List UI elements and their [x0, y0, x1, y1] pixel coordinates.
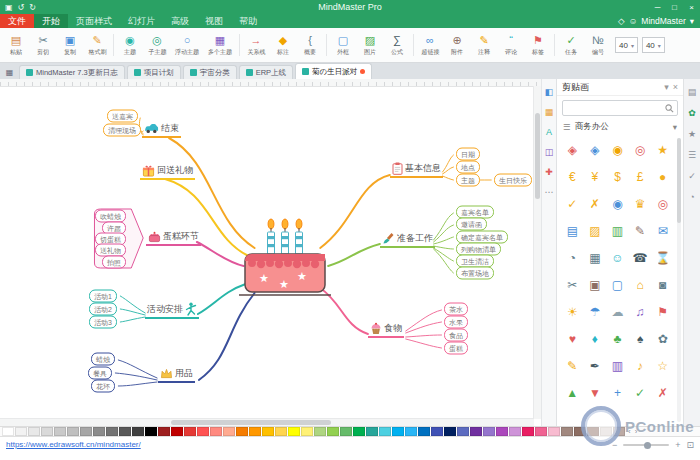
ribbon-button-多个主题[interactable]: ▦多个主题 [204, 30, 236, 60]
menu-开始[interactable]: 开始 [34, 14, 68, 28]
zoom-out-icon[interactable]: − [612, 440, 617, 450]
check-icon[interactable]: ✓ [630, 380, 651, 406]
ribbon-button-剪切[interactable]: ✂剪切 [30, 30, 56, 60]
color-swatch[interactable] [574, 427, 586, 436]
ribbon-button-主题[interactable]: ◉主题 [117, 30, 143, 60]
tab-项目计划[interactable]: 项目计划 [127, 65, 181, 79]
star-icon[interactable]: ☆ [652, 353, 673, 379]
tab-宇宙分类[interactable]: 宇宙分类 [183, 65, 237, 79]
color-swatch[interactable] [262, 427, 274, 436]
color-swatch[interactable] [93, 427, 105, 436]
arrow-down-icon[interactable]: ▼ [585, 380, 606, 406]
subtopic[interactable]: 清理现场 [103, 124, 141, 137]
subtopic[interactable]: 餐具 [88, 367, 112, 380]
pin-icon[interactable]: ▾ [664, 82, 669, 92]
subtopic[interactable]: 活动3 [89, 316, 117, 329]
clipart-search[interactable] [562, 100, 678, 116]
subtopic[interactable]: 主题 [456, 174, 480, 187]
mindmap-canvas[interactable]: ★ ★ ★ 结束 送嘉宾 清理现场 回送礼物 蛋糕环节 [0, 86, 534, 419]
seal-icon[interactable]: ◉ [607, 137, 628, 163]
color-swatch[interactable] [431, 427, 443, 436]
monitor-icon[interactable]: ▢ [607, 272, 628, 298]
color-swatch[interactable] [600, 427, 612, 436]
ribbon-button-附件[interactable]: ⊕附件 [444, 30, 470, 60]
subtopic[interactable]: 花环 [91, 380, 115, 393]
canvas-vertical-scrollbar[interactable] [533, 86, 541, 419]
color-swatch[interactable] [496, 427, 508, 436]
history-panel-icon[interactable]: ◔ [689, 192, 694, 202]
color-swatch[interactable] [275, 427, 287, 436]
theme-style-icon[interactable]: ◧ [545, 87, 554, 97]
task-panel-icon[interactable]: ✓ [688, 171, 696, 181]
flower-icon[interactable]: ✿ [652, 326, 673, 352]
ribbon-button-概要[interactable]: {概要 [297, 30, 323, 60]
ribbon-button-标签[interactable]: ⚑标签 [525, 30, 551, 60]
ribbon-button-注释[interactable]: ✎注释 [471, 30, 497, 60]
bell-icon[interactable]: ♪ [630, 353, 651, 379]
outline-panel-icon[interactable]: ☰ [688, 150, 696, 160]
clipart-panel-icon[interactable]: ✿ [688, 108, 696, 118]
book-icon[interactable]: ▥ [607, 353, 628, 379]
umbrella-icon[interactable]: ☂ [585, 299, 606, 325]
flag-icon[interactable]: ⚑ [652, 299, 673, 325]
color-swatch[interactable] [379, 427, 391, 436]
subtopic[interactable]: 邀请函 [456, 218, 487, 231]
color-swatch[interactable] [561, 427, 573, 436]
club-icon[interactable]: ♣ [607, 326, 628, 352]
branch-node-food[interactable]: 食物 [368, 322, 404, 338]
color-swatch[interactable] [535, 427, 547, 436]
clipart-scrollbar[interactable] [677, 138, 681, 422]
plus-icon[interactable]: + [607, 380, 628, 406]
ribbon-button-复制[interactable]: ▣复制 [57, 30, 83, 60]
color-swatch[interactable] [366, 427, 378, 436]
ribbon-button-外框[interactable]: ▢外框 [330, 30, 356, 60]
color-swatch[interactable] [106, 427, 118, 436]
music-icon[interactable]: ♫ [630, 299, 651, 325]
central-topic-cake[interactable]: ★ ★ ★ [235, 214, 335, 304]
scrollbar-thumb[interactable] [535, 113, 540, 200]
subtopic[interactable]: 活动2 [89, 303, 117, 316]
ribbon-button-浮动主题[interactable]: ○浮动主题 [171, 30, 203, 60]
color-swatch[interactable] [288, 427, 300, 436]
euro-icon[interactable]: € [562, 164, 583, 190]
menu-高级[interactable]: 高级 [163, 14, 197, 28]
color-swatch[interactable] [249, 427, 261, 436]
branch-node-return-gift[interactable]: 回送礼物 [140, 164, 195, 180]
yen-icon[interactable]: ¥ [585, 164, 606, 190]
menu-帮助[interactable]: 帮助 [231, 14, 265, 28]
scrollbar-thumb[interactable] [171, 420, 331, 425]
ribbon-button-关系线[interactable]: →关系线 [243, 30, 269, 60]
layout-icon[interactable]: ◫ [545, 147, 554, 157]
account-area[interactable]: ◇ ☺ MindMaster ▾ [618, 14, 700, 28]
trophy-icon[interactable]: ♛ [630, 191, 651, 217]
mail-icon[interactable]: ✉ [652, 218, 673, 244]
color-swatch[interactable] [197, 427, 209, 436]
more-tools-icon[interactable]: ⋯ [545, 187, 554, 197]
thumbs-down-icon[interactable]: ✗ [585, 191, 606, 217]
color-swatch[interactable] [522, 427, 534, 436]
color-swatch[interactable] [2, 427, 14, 436]
color-theme-icon[interactable]: ▦ [545, 107, 554, 117]
palette-prev-icon[interactable]: ‹ [626, 427, 633, 436]
canvas-area[interactable]: ★ ★ ★ 结束 送嘉宾 清理现场 回送礼物 蛋糕环节 [0, 79, 541, 426]
color-swatch[interactable] [158, 427, 170, 436]
color-swatch[interactable] [15, 427, 27, 436]
thumbs-up-icon[interactable]: ✓ [562, 191, 583, 217]
menu-文件[interactable]: 文件 [0, 14, 34, 28]
tab-MindMaster 7.3更新日志[interactable]: MindMaster 7.3更新日志 [19, 65, 125, 79]
subtopic[interactable]: 食品 [444, 329, 468, 342]
branch-node-end[interactable]: 结束 [142, 122, 181, 138]
color-swatch[interactable] [80, 427, 92, 436]
menu-视图[interactable]: 视图 [197, 14, 231, 28]
pen-icon[interactable]: ✒ [585, 353, 606, 379]
color-swatch[interactable] [210, 427, 222, 436]
lock-icon[interactable]: ◙ [652, 272, 673, 298]
color-swatch[interactable] [327, 427, 339, 436]
subtopic[interactable]: 布置场地 [456, 267, 494, 280]
color-swatch[interactable] [340, 427, 352, 436]
color-swatch[interactable] [405, 427, 417, 436]
ribbon-button-标注[interactable]: ◆标注 [270, 30, 296, 60]
color-swatch[interactable] [444, 427, 456, 436]
edrawsoft-link[interactable]: https://www.edrawsoft.cn/mindmaster/ [6, 440, 141, 449]
color-swatch[interactable] [548, 427, 560, 436]
